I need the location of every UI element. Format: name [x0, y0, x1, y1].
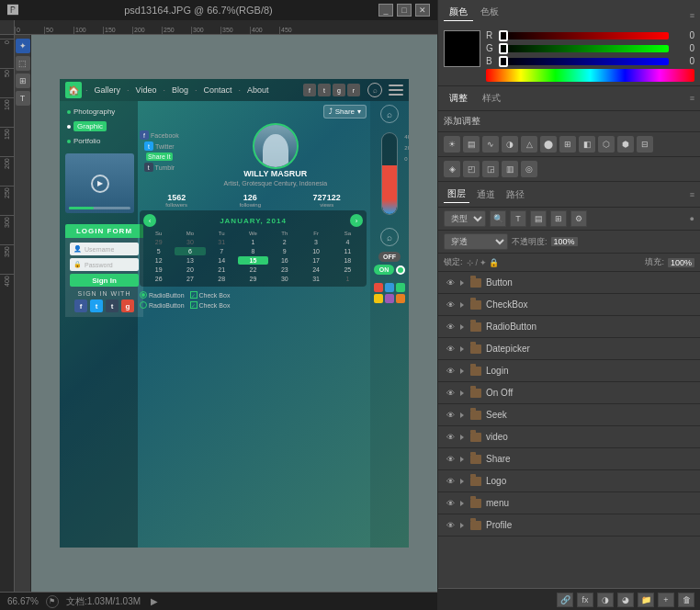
- add-mask-btn[interactable]: ◑: [597, 593, 614, 607]
- layer-expand-icon[interactable]: [460, 390, 464, 396]
- red-thumb[interactable]: [499, 30, 508, 41]
- layer-button[interactable]: 👁 Button: [438, 272, 700, 294]
- paths-tab[interactable]: 路径: [502, 186, 528, 203]
- adj-bw-icon[interactable]: ◧: [579, 136, 595, 152]
- layer-checkbox[interactable]: 👁 CheckBox: [438, 294, 700, 316]
- adj-threshold-icon[interactable]: ◲: [482, 161, 499, 177]
- layer-expand-icon[interactable]: [460, 523, 464, 528]
- adj-brightness-icon[interactable]: ☀: [444, 136, 460, 152]
- add-layer-btn[interactable]: +: [658, 593, 674, 607]
- filter-icon-1[interactable]: 🔍: [490, 210, 506, 227]
- filter-icon-5[interactable]: ⚙: [570, 210, 587, 227]
- layer-expand-icon[interactable]: [460, 368, 464, 374]
- adj-posterize-icon[interactable]: ◰: [463, 161, 480, 177]
- layer-share[interactable]: 👁 Share: [438, 448, 700, 470]
- delete-layer-btn[interactable]: 🗑: [678, 593, 694, 607]
- adj-invert-icon[interactable]: ◈: [444, 161, 460, 177]
- layer-eye-icon[interactable]: 👁: [444, 321, 457, 333]
- adj-exposure-icon[interactable]: ◑: [502, 136, 518, 152]
- adj-channel-mix-icon[interactable]: ⬢: [617, 136, 634, 152]
- channels-tab[interactable]: 通道: [473, 186, 499, 203]
- lock-move-icon[interactable]: ✦: [480, 258, 487, 267]
- adj-menu-icon[interactable]: ≡: [690, 94, 694, 103]
- green-thumb[interactable]: [499, 43, 508, 54]
- layer-expand-icon[interactable]: [460, 346, 464, 352]
- following-count: 126: [240, 193, 261, 202]
- layer-expand-icon[interactable]: [460, 412, 464, 418]
- layer-menu[interactable]: 👁 menu: [438, 492, 700, 514]
- layer-seek[interactable]: 👁 Seek: [438, 404, 700, 426]
- lock-all-icon[interactable]: 🔒: [489, 258, 499, 267]
- crop-tool[interactable]: ⊞: [16, 73, 30, 88]
- layer-eye-icon[interactable]: 👁: [444, 277, 457, 289]
- layer-video[interactable]: 👁 video: [438, 426, 700, 448]
- layer-eye-icon[interactable]: 👁: [444, 387, 457, 400]
- lock-position-icon[interactable]: ⊹: [467, 258, 474, 267]
- adj-select-color-icon[interactable]: ◎: [521, 161, 537, 177]
- layer-expand-icon[interactable]: [460, 280, 464, 286]
- layer-profile[interactable]: 👁 Profile: [438, 514, 700, 537]
- maximize-button[interactable]: □: [397, 4, 412, 17]
- adj-gradient-map-icon[interactable]: ▥: [502, 161, 518, 177]
- main-color-swatch[interactable]: [444, 30, 480, 67]
- layer-radiobutton[interactable]: 👁 RadioButton: [438, 316, 700, 338]
- link-layers-btn[interactable]: 🔗: [557, 593, 573, 607]
- layer-login[interactable]: 👁 Login: [438, 360, 700, 382]
- adj-color-bal-icon[interactable]: ⊞: [559, 136, 576, 152]
- adj-photo-filter-icon[interactable]: ⬡: [598, 136, 615, 152]
- layer-logo[interactable]: 👁 Logo: [438, 470, 700, 492]
- styles-tab[interactable]: 样式: [477, 90, 506, 107]
- layer-on-off[interactable]: 👁 On Off: [438, 382, 700, 404]
- adj-triangle-icon[interactable]: △: [521, 136, 537, 152]
- layer-expand-icon[interactable]: [460, 501, 464, 506]
- adj-levels-icon[interactable]: ▤: [463, 136, 480, 152]
- filter-toggle[interactable]: ●: [690, 214, 694, 223]
- layer-filter-select[interactable]: 类型: [444, 210, 486, 227]
- layer-eye-icon[interactable]: 👁: [444, 431, 457, 444]
- type-tool[interactable]: T: [16, 91, 30, 106]
- swatches-tab[interactable]: 色板: [475, 4, 504, 21]
- adjustments-tab[interactable]: 调整: [444, 90, 473, 107]
- layer-eye-icon[interactable]: 👁: [444, 365, 457, 378]
- adj-grid-icon[interactable]: ⊟: [637, 136, 653, 152]
- red-slider[interactable]: [499, 32, 669, 40]
- layer-eye-icon[interactable]: 👁: [444, 519, 457, 532]
- layer-datepicker[interactable]: 👁 Datepicker: [438, 338, 700, 360]
- blue-thumb[interactable]: [499, 56, 508, 67]
- profile-social-column: f Facebook t Twitter: [140, 123, 179, 186]
- move-tool[interactable]: ✦: [16, 39, 30, 53]
- layers-tab[interactable]: 图层: [444, 186, 469, 203]
- layer-eye-icon[interactable]: 👁: [444, 409, 457, 422]
- close-button[interactable]: ✕: [415, 4, 430, 17]
- filter-icon-4[interactable]: ⊞: [550, 210, 567, 227]
- layer-eye-icon[interactable]: 👁: [444, 497, 457, 510]
- filter-icon-3[interactable]: ▤: [530, 210, 547, 227]
- adj-hsl-icon[interactable]: ⬤: [540, 136, 557, 152]
- add-adjustment-btn[interactable]: ◕: [617, 593, 634, 607]
- info-icon[interactable]: ▶: [148, 595, 161, 608]
- add-style-btn[interactable]: fx: [577, 593, 593, 607]
- proof-icon[interactable]: ⚑: [46, 595, 59, 608]
- layer-eye-icon[interactable]: 👁: [444, 299, 457, 311]
- color-tab[interactable]: 颜色: [444, 4, 473, 21]
- layer-expand-icon[interactable]: [460, 324, 464, 330]
- add-group-btn[interactable]: 📁: [638, 593, 654, 607]
- green-slider[interactable]: [499, 45, 669, 52]
- lock-paint-icon[interactable]: /: [476, 258, 479, 267]
- layer-eye-icon[interactable]: 👁: [444, 343, 457, 356]
- layer-expand-icon[interactable]: [460, 479, 464, 484]
- layer-expand-icon[interactable]: [460, 302, 464, 308]
- blue-slider[interactable]: [499, 58, 669, 65]
- minimize-button[interactable]: _: [378, 4, 393, 17]
- panel-menu-icon[interactable]: ≡: [690, 11, 694, 20]
- adj-curves-icon[interactable]: ∿: [482, 136, 499, 152]
- select-tool[interactable]: ⬚: [16, 56, 30, 71]
- window-controls[interactable]: _ □ ✕: [378, 4, 430, 17]
- layers-menu-icon[interactable]: ≡: [690, 190, 694, 199]
- layer-eye-icon[interactable]: 👁: [444, 475, 457, 488]
- layer-eye-icon[interactable]: 👁: [444, 453, 457, 466]
- filter-icon-2[interactable]: T: [510, 210, 526, 227]
- blend-mode-select[interactable]: 穿透: [444, 233, 508, 250]
- layer-expand-icon[interactable]: [460, 435, 464, 440]
- layer-expand-icon[interactable]: [460, 457, 464, 462]
